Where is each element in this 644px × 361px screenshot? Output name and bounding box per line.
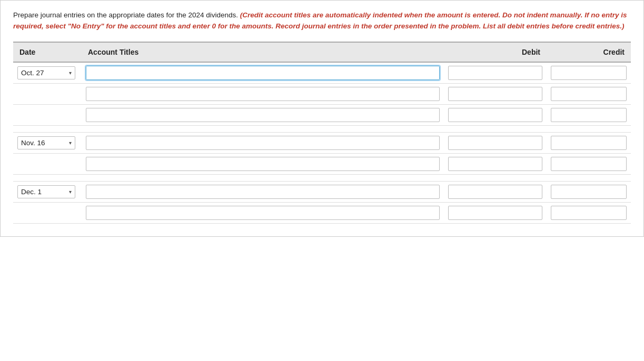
account-title-input[interactable] xyxy=(86,206,440,220)
date-cell: Nov. 16▾ xyxy=(13,132,82,153)
date-cell: Oct. 27▾ xyxy=(13,62,82,84)
account-title-cell[interactable] xyxy=(82,104,444,125)
instructions-main: Prepare journal entries on the appropria… xyxy=(13,11,238,19)
debit-input[interactable] xyxy=(448,206,542,220)
debit-input[interactable] xyxy=(448,185,542,199)
date-select-wrapper: Dec. 1▾ xyxy=(17,185,75,198)
header-date: Date xyxy=(13,42,82,62)
table-row xyxy=(13,202,631,223)
credit-input[interactable] xyxy=(551,108,627,122)
credit-cell[interactable] xyxy=(547,153,631,174)
account-title-input[interactable] xyxy=(86,66,440,80)
chevron-down-icon[interactable]: ▾ xyxy=(69,140,72,146)
table-row: Oct. 27▾ xyxy=(13,62,631,84)
account-title-cell[interactable] xyxy=(82,202,444,223)
debit-input[interactable] xyxy=(448,66,542,80)
header-credit: Credit xyxy=(547,42,631,62)
debit-input[interactable] xyxy=(448,157,542,171)
table-header-row: Date Account Titles Debit Credit xyxy=(13,42,631,62)
credit-cell[interactable] xyxy=(547,181,631,202)
table-row: Dec. 1▾ xyxy=(13,181,631,202)
debit-cell[interactable] xyxy=(444,104,547,125)
date-label: Oct. 27 xyxy=(21,69,44,77)
header-account-titles: Account Titles xyxy=(82,42,444,62)
debit-cell[interactable] xyxy=(444,62,547,84)
table-row: Nov. 16▾ xyxy=(13,132,631,153)
date-label: Nov. 16 xyxy=(21,139,45,147)
credit-input[interactable] xyxy=(551,87,627,101)
debit-input[interactable] xyxy=(448,136,542,150)
account-title-input[interactable] xyxy=(86,108,440,122)
debit-cell[interactable] xyxy=(444,202,547,223)
debit-input[interactable] xyxy=(448,87,542,101)
date-cell xyxy=(13,153,82,174)
instructions: Prepare journal entries on the appropria… xyxy=(13,10,631,32)
chevron-down-icon[interactable]: ▾ xyxy=(69,189,72,195)
account-title-input[interactable] xyxy=(86,136,440,150)
table-row xyxy=(13,153,631,174)
account-title-cell[interactable] xyxy=(82,83,444,104)
credit-cell[interactable] xyxy=(547,104,631,125)
debit-input[interactable] xyxy=(448,108,542,122)
table-row xyxy=(13,104,631,125)
credit-cell[interactable] xyxy=(547,62,631,84)
account-title-input[interactable] xyxy=(86,157,440,171)
account-title-cell[interactable] xyxy=(82,62,444,84)
credit-cell[interactable] xyxy=(547,83,631,104)
account-title-cell[interactable] xyxy=(82,132,444,153)
journal-table: Date Account Titles Debit Credit Oct. 27… xyxy=(13,42,631,224)
account-title-cell[interactable] xyxy=(82,181,444,202)
account-title-input[interactable] xyxy=(86,87,440,101)
spacer-row xyxy=(13,125,631,132)
credit-cell[interactable] xyxy=(547,202,631,223)
table-row xyxy=(13,83,631,104)
credit-cell[interactable] xyxy=(547,132,631,153)
account-title-cell[interactable] xyxy=(82,153,444,174)
date-cell xyxy=(13,202,82,223)
date-select-wrapper: Nov. 16▾ xyxy=(17,136,75,149)
spacer-row xyxy=(13,174,631,181)
header-debit: Debit xyxy=(444,42,547,62)
date-cell xyxy=(13,104,82,125)
chevron-down-icon[interactable]: ▾ xyxy=(69,70,72,76)
page-container: Prepare journal entries on the appropria… xyxy=(0,0,644,237)
credit-input[interactable] xyxy=(551,206,627,220)
debit-cell[interactable] xyxy=(444,181,547,202)
credit-input[interactable] xyxy=(551,136,627,150)
date-label: Dec. 1 xyxy=(21,188,42,196)
credit-input[interactable] xyxy=(551,66,627,80)
debit-cell[interactable] xyxy=(444,153,547,174)
date-cell: Dec. 1▾ xyxy=(13,181,82,202)
debit-cell[interactable] xyxy=(444,83,547,104)
debit-cell[interactable] xyxy=(444,132,547,153)
credit-input[interactable] xyxy=(551,157,627,171)
date-cell xyxy=(13,83,82,104)
account-title-input[interactable] xyxy=(86,185,440,199)
credit-input[interactable] xyxy=(551,185,627,199)
date-select-wrapper: Oct. 27▾ xyxy=(17,66,75,79)
